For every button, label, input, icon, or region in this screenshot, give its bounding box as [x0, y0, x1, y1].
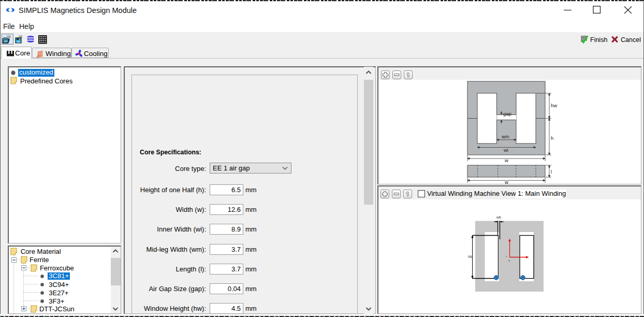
svg-text:l: l	[551, 169, 552, 175]
svg-text:w: w	[504, 179, 508, 184]
svg-text:hw: hw	[551, 103, 557, 108]
svg-text:gap: gap	[503, 111, 511, 117]
svg-text:h: h	[551, 135, 553, 141]
svg-text:wb: wb	[496, 215, 501, 219]
svg-text:hb: hb	[468, 255, 472, 258]
svg-text:wm: wm	[501, 134, 509, 139]
svg-text:wi: wi	[503, 147, 508, 153]
svg-text:w: w	[504, 157, 508, 163]
svg-text:r: r	[506, 255, 507, 258]
svg-text:z: z	[508, 259, 510, 262]
